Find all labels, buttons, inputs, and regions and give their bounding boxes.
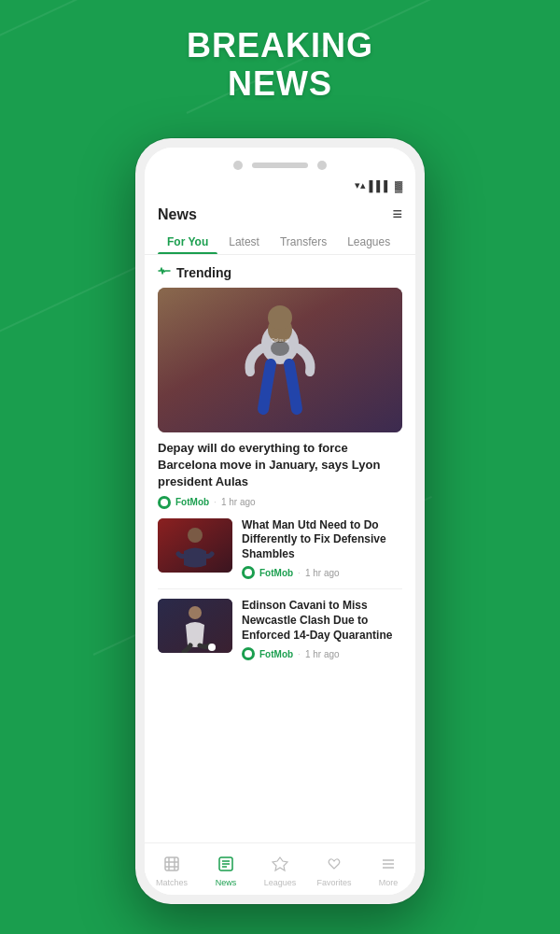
nav-more[interactable]: More xyxy=(361,852,415,887)
leagues-label: Leagues xyxy=(264,878,297,887)
matches-icon xyxy=(163,856,180,876)
favorites-icon xyxy=(326,856,343,876)
main-article-source: FotMob xyxy=(175,497,209,507)
dot-separator: · xyxy=(214,497,217,507)
phone-body: ▾▴ ▌▌▌ ▓ News ≡ For You La xyxy=(135,138,425,904)
breaking-news-line1: BREAKING xyxy=(0,26,560,64)
main-article-title: Depay will do everything to force Barcel… xyxy=(158,440,402,491)
small-article-1[interactable]: Edinson Cavani to Miss Newcastle Clash D… xyxy=(158,599,402,670)
signal-icon: ▌▌▌ xyxy=(370,180,391,191)
svg-point-7 xyxy=(188,528,203,543)
svg-point-9 xyxy=(189,606,202,619)
news-icon xyxy=(217,856,234,876)
wifi-icon: ▾▴ xyxy=(355,179,366,191)
small-article-0-image xyxy=(158,518,232,573)
more-icon xyxy=(380,856,397,876)
svg-point-10 xyxy=(208,644,216,651)
nav-leagues[interactable]: Leagues xyxy=(253,852,307,887)
small-article-1-image xyxy=(158,599,232,653)
filter-icon[interactable]: ≡ xyxy=(392,205,402,224)
main-article-image: Oplus at xyxy=(158,288,402,432)
small-article-0-title: What Man Utd Need to Do Differently to F… xyxy=(242,518,402,562)
tab-transfers[interactable]: Transfers xyxy=(271,230,336,254)
trending-header: Trending xyxy=(145,255,415,288)
status-icons: ▾▴ ▌▌▌ ▓ xyxy=(355,179,402,191)
tabs-bar: For You Latest Transfers Leagues xyxy=(145,230,415,255)
matches-label: Matches xyxy=(156,878,188,887)
small-article-1-title: Edinson Cavani to Miss Newcastle Clash D… xyxy=(242,599,402,643)
small-article-0-time: 1 hr ago xyxy=(305,568,340,578)
phone-screen: ▾▴ ▌▌▌ ▓ News ≡ For You La xyxy=(145,148,415,895)
nav-favorites[interactable]: Favorites xyxy=(307,852,361,887)
svg-point-3 xyxy=(268,305,292,330)
small-article-0-source: FotMob xyxy=(259,568,293,578)
app-content: News ≡ For You Latest Transfers Leagu xyxy=(145,195,415,849)
leagues-icon xyxy=(272,856,288,876)
app-header: News ≡ xyxy=(145,195,415,230)
breaking-news-header: BREAKING NEWS xyxy=(0,26,560,104)
main-article-meta: FotMob · 1 hr ago xyxy=(158,496,402,509)
status-bar: ▾▴ ▌▌▌ ▓ xyxy=(145,177,415,195)
small-article-1-time: 1 hr ago xyxy=(305,649,340,659)
trending-label: Trending xyxy=(176,265,231,280)
phone-notch-area xyxy=(145,148,415,177)
small-article-0-meta: FotMob · 1 hr ago xyxy=(242,566,402,579)
small-articles-list: What Man Utd Need to Do Differently to F… xyxy=(145,518,415,671)
small-article-1-source: FotMob xyxy=(259,649,293,659)
more-label: More xyxy=(379,878,399,887)
speaker-bar xyxy=(252,163,308,168)
svg-rect-11 xyxy=(165,857,178,870)
phone-mockup: ▾▴ ▌▌▌ ▓ News ≡ For You La xyxy=(135,138,425,904)
small-article-0[interactable]: What Man Utd Need to Do Differently to F… xyxy=(158,518,402,590)
tab-leagues[interactable]: Leagues xyxy=(338,230,399,254)
source-logo-1 xyxy=(242,566,255,579)
main-article-time: 1 hr ago xyxy=(221,497,256,507)
small-article-0-content: What Man Utd Need to Do Differently to F… xyxy=(242,518,402,580)
favorites-label: Favorites xyxy=(316,878,351,887)
bottom-nav: Matches News xyxy=(145,842,415,895)
small-article-1-content: Edinson Cavani to Miss Newcastle Clash D… xyxy=(242,599,402,660)
nav-matches[interactable]: Matches xyxy=(145,852,199,887)
main-article[interactable]: Oplus at Depay will do everything to for… xyxy=(158,288,402,509)
breaking-news-line2: NEWS xyxy=(0,64,560,103)
tab-for-you[interactable]: For You xyxy=(158,230,217,254)
nav-news[interactable]: News xyxy=(199,852,253,887)
app-title: News xyxy=(158,206,197,223)
dot-separator-2: · xyxy=(298,649,301,659)
small-article-1-meta: FotMob · 1 hr ago xyxy=(242,647,402,660)
tab-latest[interactable]: Latest xyxy=(219,230,269,254)
svg-point-4 xyxy=(271,341,289,356)
dot-separator-1: · xyxy=(298,568,301,578)
camera-dot-2 xyxy=(317,161,327,170)
source-logo-inner xyxy=(161,499,168,506)
svg-text:Oplus at: Oplus at xyxy=(272,337,289,343)
news-label: News xyxy=(216,878,237,887)
source-logo xyxy=(158,496,171,509)
camera-dot xyxy=(233,161,243,170)
trending-icon xyxy=(158,264,171,280)
source-logo-2 xyxy=(242,647,255,660)
battery-icon: ▓ xyxy=(395,180,402,191)
